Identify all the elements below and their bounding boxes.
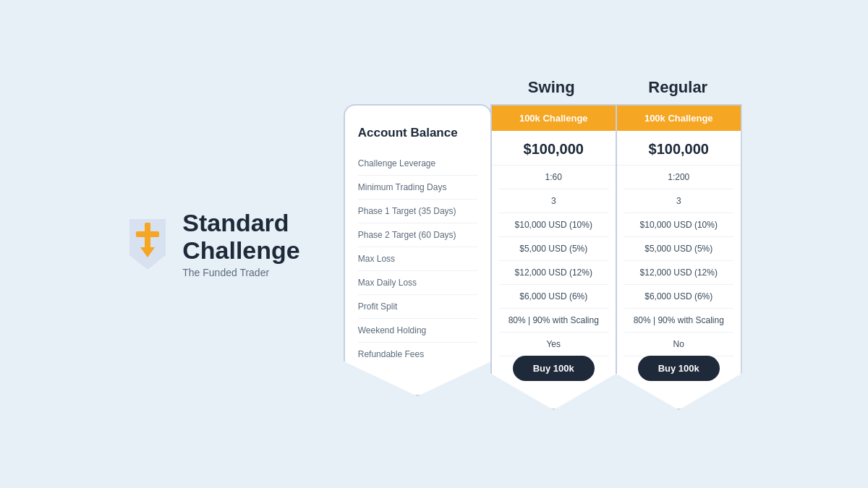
regular-price: $100,000 <box>617 131 741 166</box>
regular-card-header: 100k Challenge <box>617 106 741 131</box>
label-row: Phase 2 Target (60 Days) <box>358 223 477 247</box>
swing-data-row: $6,000 USD (6%) <box>499 285 608 309</box>
regular-data-row: 3 <box>624 189 733 213</box>
label-row: Max Loss <box>358 247 477 271</box>
page-wrapper: Standard Challenge The Funded Trader Swi… <box>0 0 868 488</box>
content-area: Standard Challenge The Funded Trader Swi… <box>111 64 756 424</box>
account-balance-label: Account Balance <box>358 126 477 140</box>
label-row: Minimum Trading Days <box>358 176 477 200</box>
labels-card-wrap: Account Balance Challenge Leverage Minim… <box>344 104 492 396</box>
regular-data-row: $5,000 USD (5%) <box>624 237 733 261</box>
swing-data-row: 1:60 <box>499 166 608 189</box>
brand-section: Standard Challenge The Funded Trader <box>126 210 299 278</box>
regular-data-row: $6,000 USD (6%) <box>624 285 733 309</box>
columns-wrapper: Swing Regular Account Balance Challenge … <box>344 78 742 410</box>
swing-price: $100,000 <box>492 131 616 166</box>
brand-subtitle: The Funded Trader <box>182 267 299 278</box>
regular-buy-area: Buy 100k <box>617 344 741 387</box>
col-header-swing: Swing <box>488 78 615 104</box>
swing-buy-button[interactable]: Buy 100k <box>513 356 595 381</box>
label-row: Max Daily Loss <box>358 271 477 295</box>
regular-card: 100k Challenge $100,000 1:200 3 $10,000 … <box>616 104 742 410</box>
swing-card-wrap: 100k Challenge $100,000 1:60 3 $10,000 U… <box>492 104 617 410</box>
regular-data-row: $12,000 USD (12%) <box>624 261 733 285</box>
label-row: Profit Split <box>358 295 477 319</box>
label-row: Challenge Leverage <box>358 152 477 176</box>
label-row: Phase 1 Target (35 Days) <box>358 200 477 223</box>
svg-rect-1 <box>136 231 159 237</box>
swing-card-header: 100k Challenge <box>492 106 616 131</box>
col-headers: Swing Regular <box>344 78 742 104</box>
label-rows: Challenge Leverage Minimum Trading Days … <box>345 152 490 366</box>
regular-data-row: 1:200 <box>624 166 733 189</box>
regular-buy-button[interactable]: Buy 100k <box>638 356 720 381</box>
swing-data-row: 3 <box>499 189 608 213</box>
labels-header: Account Balance <box>345 106 490 152</box>
brand-title: Standard Challenge <box>182 210 299 264</box>
regular-data-row: $10,000 USD (10%) <box>624 213 733 237</box>
swing-card: 100k Challenge $100,000 1:60 3 $10,000 U… <box>490 104 617 410</box>
label-row: Weekend Holding <box>358 319 477 343</box>
regular-data-row: 80% | 90% with Scaling <box>624 309 733 333</box>
col-header-regular: Regular <box>615 78 741 104</box>
swing-data-row: $5,000 USD (5%) <box>499 237 608 261</box>
labels-card: Account Balance Challenge Leverage Minim… <box>344 104 492 396</box>
regular-card-wrap: 100k Challenge $100,000 1:200 3 $10,000 … <box>617 104 742 410</box>
swing-data-row: 80% | 90% with Scaling <box>499 309 608 333</box>
logo-icon <box>126 215 169 273</box>
brand-text: Standard Challenge The Funded Trader <box>182 210 299 278</box>
swing-data-row: $10,000 USD (10%) <box>499 213 608 237</box>
cards-row: Account Balance Challenge Leverage Minim… <box>344 104 742 410</box>
swing-buy-area: Buy 100k <box>492 344 616 387</box>
comparison-table: Swing Regular Account Balance Challenge … <box>344 78 742 410</box>
label-row: Refundable Fees <box>358 343 477 366</box>
swing-data-row: $12,000 USD (12%) <box>499 261 608 285</box>
